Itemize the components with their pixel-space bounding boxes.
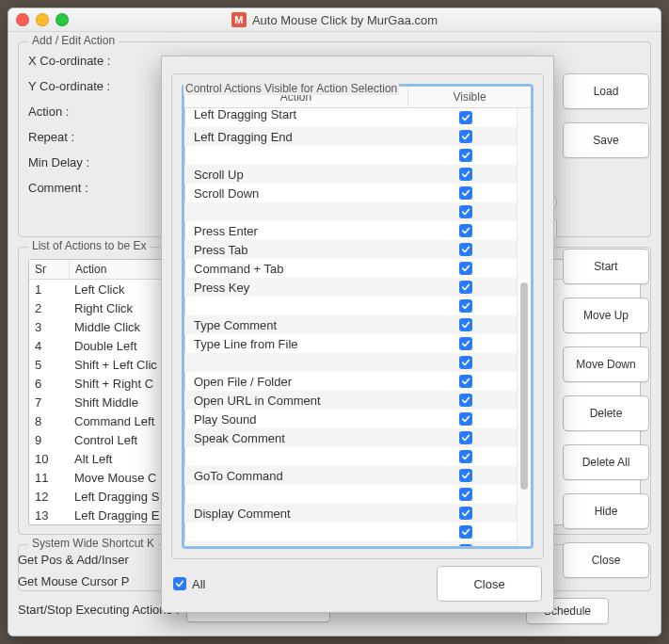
visible-checkbox[interactable] xyxy=(459,469,472,482)
move-up-button[interactable]: Move Up xyxy=(563,298,649,333)
table-row[interactable]: Left Dragging Start xyxy=(184,108,518,127)
zoom-window-button[interactable] xyxy=(56,13,69,26)
visible-checkbox[interactable] xyxy=(459,507,472,520)
window-title-text: Auto Mouse Click by MurGaa.com xyxy=(252,13,438,27)
minimize-window-button[interactable] xyxy=(36,13,49,26)
all-label: All xyxy=(192,577,205,591)
visible-checkbox[interactable] xyxy=(459,299,472,313)
visible-checkbox[interactable] xyxy=(459,394,472,407)
all-checkbox-row[interactable]: All xyxy=(173,577,205,591)
col-visible-header: Visible xyxy=(408,87,531,107)
visible-checkbox[interactable] xyxy=(459,168,472,181)
col-sr: Sr xyxy=(29,260,70,279)
sheet-footer: All Close xyxy=(173,567,542,601)
table-row[interactable]: Press Key xyxy=(184,278,518,297)
row-action-label: Play Sound xyxy=(184,412,414,427)
list-item-sr: 12 xyxy=(29,487,69,506)
table-row[interactable]: Press Tab xyxy=(184,240,518,259)
row-action-label: GoTo Command xyxy=(184,469,414,483)
table-row[interactable] xyxy=(184,447,518,466)
visible-checkbox[interactable] xyxy=(459,544,472,546)
window-body: Add / Edit Action X Co-ordinate : Y Co-o… xyxy=(8,32,661,636)
visible-checkbox[interactable] xyxy=(459,412,472,426)
row-action-label: Press Tab xyxy=(184,243,414,257)
visible-checkbox[interactable] xyxy=(459,488,472,501)
hide-button[interactable]: Hide xyxy=(563,493,649,529)
visible-checkbox[interactable] xyxy=(459,130,472,143)
list-item-sr: 7 xyxy=(29,393,69,411)
start-button[interactable]: Start xyxy=(563,249,649,284)
sheet-legend: Control Actions Visible for Action Selec… xyxy=(183,82,399,95)
titlebar: M Auto Mouse Click by MurGaa.com xyxy=(8,8,661,32)
app-icon: M xyxy=(231,12,247,27)
visible-checkbox[interactable] xyxy=(459,111,472,124)
scrollbar-track[interactable] xyxy=(517,108,531,546)
window-controls xyxy=(16,13,69,26)
visible-checkbox[interactable] xyxy=(459,431,472,444)
sheet-close-button[interactable]: Close xyxy=(437,566,542,602)
visible-checkbox[interactable] xyxy=(459,525,472,539)
main-window: M Auto Mouse Click by MurGaa.com Add / E… xyxy=(8,8,661,636)
start-stop-label: Start/Stop Executing Actions : xyxy=(18,603,179,617)
list-item-sr: 3 xyxy=(29,317,69,336)
table-row[interactable] xyxy=(184,146,518,165)
table-row[interactable]: Type Line from File xyxy=(184,334,518,353)
visible-checkbox[interactable] xyxy=(459,224,472,237)
row-action-label: Open File / Folder xyxy=(184,375,414,389)
list-item-sr: 11 xyxy=(29,468,69,487)
table-row[interactable]: Left Dragging End xyxy=(184,127,518,146)
actions-list-legend: List of Actions to be Ex xyxy=(28,239,150,252)
close-button[interactable]: Close xyxy=(563,542,649,578)
table-body: Left Dragging StartLeft Dragging EndScro… xyxy=(184,108,531,546)
visible-checkbox[interactable] xyxy=(459,337,472,350)
delete-button[interactable]: Delete xyxy=(563,395,649,431)
save-button[interactable]: Save xyxy=(563,122,649,158)
row-action-label: Press Enter xyxy=(184,224,414,238)
table-row[interactable]: Execute Apple Script xyxy=(184,541,518,546)
visible-checkbox[interactable] xyxy=(459,205,472,218)
table-row[interactable]: Scroll Up xyxy=(184,165,518,184)
table-row[interactable]: Scroll Down xyxy=(184,184,518,202)
table-row[interactable] xyxy=(184,353,518,372)
visible-checkbox[interactable] xyxy=(459,356,472,369)
table-row[interactable] xyxy=(184,202,518,221)
right-button-column: Load Save Start Move Up Move Down Delete… xyxy=(563,73,649,578)
row-action-label: Press Key xyxy=(184,281,414,295)
sheet-groupbox: Control Actions Visible for Action Selec… xyxy=(171,73,544,559)
visible-checkbox[interactable] xyxy=(459,450,472,463)
add-edit-legend: Add / Edit Action xyxy=(28,34,119,47)
visible-checkbox[interactable] xyxy=(459,243,472,256)
table-row[interactable] xyxy=(184,523,518,541)
table-row[interactable]: Display Comment xyxy=(184,504,518,523)
table-row[interactable]: Open File / Folder xyxy=(184,372,518,391)
all-checkbox[interactable] xyxy=(173,577,186,590)
close-window-button[interactable] xyxy=(16,13,29,26)
list-item-sr: 13 xyxy=(29,506,69,524)
table-row[interactable]: Play Sound xyxy=(184,410,518,428)
table-row[interactable]: Command + Tab xyxy=(184,259,518,278)
visible-checkbox[interactable] xyxy=(459,149,472,162)
table-row[interactable]: Open URL in Comment xyxy=(184,391,518,410)
move-down-button[interactable]: Move Down xyxy=(563,346,649,382)
row-action-label: Left Dragging End xyxy=(184,130,414,144)
delete-all-button[interactable]: Delete All xyxy=(563,444,649,480)
scrollbar-thumb[interactable] xyxy=(520,282,528,490)
visible-checkbox[interactable] xyxy=(459,281,472,294)
table-row[interactable] xyxy=(184,297,518,315)
table-row[interactable]: Type Comment xyxy=(184,315,518,334)
list-item-sr: 5 xyxy=(29,355,69,374)
table-row[interactable] xyxy=(184,485,518,504)
table-row[interactable]: Press Enter xyxy=(184,221,518,240)
row-action-label: Scroll Up xyxy=(184,168,414,182)
visible-actions-table[interactable]: Action Visible Left Dragging StartLeft D… xyxy=(182,84,534,549)
row-action-label: Left Dragging Start xyxy=(184,108,414,121)
list-item-sr: 4 xyxy=(29,336,69,355)
visible-checkbox[interactable] xyxy=(459,375,472,388)
list-item-sr: 6 xyxy=(29,374,69,393)
visible-checkbox[interactable] xyxy=(459,186,472,200)
table-row[interactable]: Speak Comment xyxy=(184,428,518,447)
table-row[interactable]: GoTo Command xyxy=(184,466,518,485)
visible-checkbox[interactable] xyxy=(459,318,472,331)
visible-checkbox[interactable] xyxy=(459,262,472,275)
load-button[interactable]: Load xyxy=(563,73,649,109)
